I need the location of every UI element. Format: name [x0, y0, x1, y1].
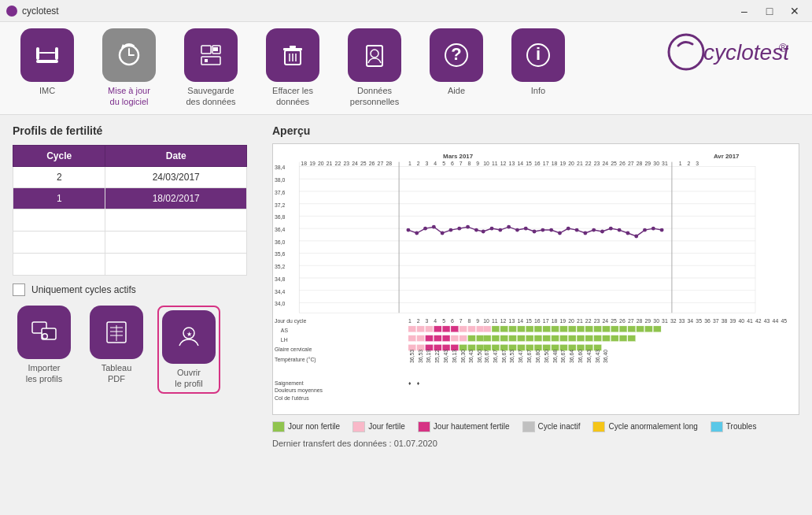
svg-point-119 [457, 226, 461, 230]
svg-point-124 [498, 228, 502, 232]
svg-text:36,4: 36,4 [275, 227, 286, 232]
svg-text:cyclotest: cyclotest [703, 40, 788, 65]
svg-text:13: 13 [509, 160, 515, 165]
table-row[interactable]: 2 24/03/2017 [13, 166, 247, 187]
ouvrir-button[interactable]: ★ Ouvrirle profil [157, 306, 220, 395]
svg-point-130 [549, 228, 553, 232]
svg-rect-238 [543, 335, 551, 341]
date-val-empty [105, 231, 247, 253]
svg-point-127 [524, 226, 528, 230]
svg-text:Mars 2017: Mars 2017 [443, 152, 474, 159]
cycle-val-empty [13, 253, 105, 275]
table-row[interactable] [13, 253, 247, 275]
importer-button[interactable]: Importerles profils [13, 306, 76, 395]
svg-rect-17 [367, 46, 382, 66]
svg-text:38: 38 [722, 318, 728, 324]
svg-rect-214 [602, 325, 610, 332]
active-cycles-checkbox[interactable] [13, 283, 25, 296]
toolbar-item-miseajour[interactable]: Mise à jourdu logiciel [98, 28, 161, 108]
svg-text:40: 40 [738, 318, 744, 324]
svg-text:10: 10 [483, 160, 489, 165]
date-val: 18/02/2017 [105, 187, 247, 209]
svg-text:Jour du cycle: Jour du cycle [275, 318, 307, 324]
svg-point-126 [515, 228, 519, 232]
toolbar-item-donnees[interactable]: Donnéespersonnelles [343, 28, 406, 108]
svg-text:36,60: 36,60 [578, 349, 583, 362]
svg-rect-191 [408, 325, 416, 332]
svg-text:23: 23 [594, 318, 600, 324]
svg-text:36,53: 36,53 [509, 349, 515, 362]
toolbar-item-aide[interactable]: ? Aide [425, 28, 488, 96]
svg-text:22: 22 [335, 160, 341, 165]
svg-point-117 [441, 231, 445, 235]
svg-text:35,6: 35,6 [275, 251, 286, 257]
svg-point-135 [592, 228, 596, 232]
svg-text:25: 25 [611, 318, 617, 324]
ouvrir-label: Ouvrirle profil [175, 367, 202, 390]
legend-non-fertile: Jour non fertile [272, 421, 340, 432]
close-button[interactable]: ✕ [784, 0, 806, 22]
table-row[interactable] [13, 209, 247, 231]
svg-text:38,4: 38,4 [275, 165, 286, 170]
svg-text:36,47: 36,47 [518, 349, 523, 362]
main-content: Profils de fertilité Cycle Date 2 24/03/… [0, 115, 812, 515]
svg-rect-201 [492, 325, 500, 332]
table-row[interactable] [13, 231, 247, 253]
minimize-button[interactable]: – [733, 0, 755, 22]
date-val: 24/03/2017 [105, 166, 247, 187]
svg-rect-232 [492, 335, 500, 341]
svg-text:29: 29 [645, 160, 651, 165]
svg-rect-211 [577, 325, 585, 332]
tableau-button[interactable]: TableauPDF [85, 306, 148, 395]
svg-point-116 [432, 224, 436, 228]
svg-rect-216 [619, 325, 627, 332]
svg-text:38,0: 38,0 [275, 177, 286, 183]
svg-text:31: 31 [662, 160, 668, 165]
svg-text:14: 14 [517, 160, 523, 165]
svg-text:i: i [536, 44, 541, 64]
svg-text:20: 20 [318, 160, 324, 165]
svg-text:18: 18 [552, 318, 558, 324]
svg-text:36,48: 36,48 [552, 349, 558, 362]
svg-text:36,0: 36,0 [275, 239, 286, 244]
svg-text:36,50: 36,50 [544, 349, 549, 362]
legend-color-anormalement [592, 421, 605, 432]
svg-text:21: 21 [577, 318, 583, 324]
fertility-chart: 38,4 38,0 37,6 37,2 36,8 36,4 36,0 35,6 … [273, 144, 799, 412]
svg-text:36: 36 [704, 318, 710, 324]
svg-text:27: 27 [378, 160, 384, 165]
legend-color-hautement [418, 421, 430, 432]
svg-text:32: 32 [670, 318, 677, 324]
svg-text:18: 18 [552, 160, 558, 165]
svg-rect-230 [476, 335, 484, 341]
importer-icon [17, 306, 71, 359]
toolbar-item-sauvegarde[interactable]: Sauvegardedes données [179, 28, 242, 108]
svg-text:5: 5 [442, 318, 445, 324]
svg-point-30 [43, 334, 47, 338]
table-row[interactable]: 1 18/02/2017 [13, 187, 247, 209]
svg-text:LH: LH [281, 336, 288, 342]
toolbar-item-info[interactable]: i Info [507, 28, 570, 96]
svg-rect-205 [526, 325, 533, 332]
svg-rect-248 [628, 335, 636, 341]
svg-point-23 [669, 35, 703, 69]
svg-text:29: 29 [645, 318, 651, 324]
svg-text:7: 7 [460, 318, 463, 324]
svg-rect-9 [205, 59, 208, 62]
svg-text:2: 2 [417, 318, 420, 324]
svg-text:23: 23 [594, 160, 600, 165]
svg-text:1: 1 [408, 318, 412, 324]
maximize-button[interactable]: □ [758, 0, 781, 22]
svg-rect-240 [559, 335, 567, 341]
svg-rect-192 [417, 325, 425, 332]
svg-text:★: ★ [186, 331, 192, 338]
toolbar-item-effacer[interactable]: Effacer lesdonnées [261, 28, 324, 108]
svg-rect-1 [36, 47, 39, 60]
svg-text:2: 2 [688, 160, 691, 165]
svg-text:25: 25 [611, 160, 617, 165]
svg-text:36,67: 36,67 [560, 349, 566, 362]
toolbar-item-imc[interactable]: IMC [16, 28, 79, 96]
svg-point-143 [660, 228, 664, 232]
svg-text:22: 22 [585, 318, 592, 324]
svg-text:28: 28 [386, 160, 392, 165]
